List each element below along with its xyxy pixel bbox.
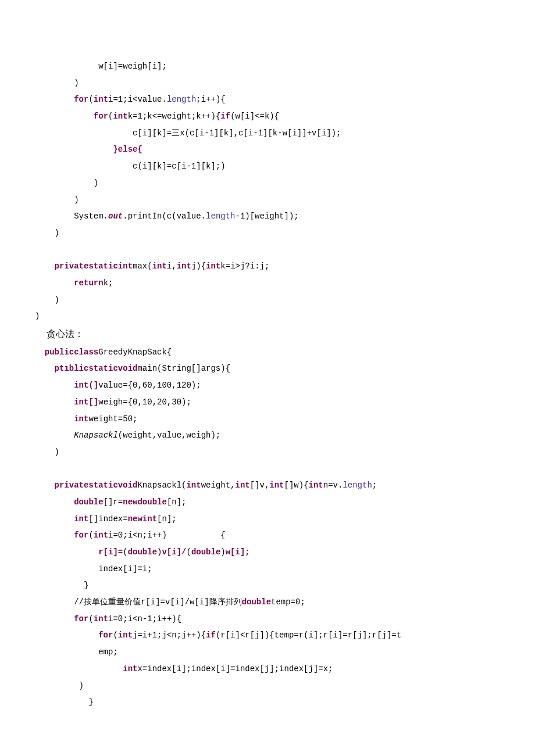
code-line: ) [35, 75, 500, 92]
code-line: int(]value={0,60,100,120); [35, 377, 500, 394]
code-line: privatestaticintmax(inti,intj){intk=i>j?… [35, 258, 500, 275]
code-token: -1)[weight]); [236, 212, 299, 221]
code-token: double [74, 497, 103, 507]
code-line: ) [35, 292, 500, 309]
code-token: int [235, 481, 249, 490]
code-token [35, 364, 55, 373]
code-line: publicclassGreedyKnapSack{ [35, 344, 500, 361]
code-token: int [186, 481, 201, 490]
code-line: for(inti=0;i<n;i++) { [35, 527, 500, 544]
code-token: ( [113, 630, 117, 640]
code-line: double[]r=newdouble[n]; [35, 494, 500, 511]
code-token [35, 145, 113, 154]
code-token: c[i][k]=三x(c[i-1][k],c[i-1][k-w[i]]+v[i]… [35, 128, 341, 138]
code-token: w[i]; [226, 547, 250, 557]
code-token: GreedyKnapSack{ [98, 347, 172, 357]
code-token: c(i][k]=c[i-1][k];) [35, 162, 226, 171]
code-token: ( [123, 547, 127, 557]
code-line: ) [35, 444, 500, 461]
code-token: if [206, 630, 216, 640]
code-token: int [74, 414, 88, 424]
code-block-2: publicclassGreedyKnapSack{ ptıblicstatic… [35, 344, 500, 711]
code-token: k=i>j?i:j; [220, 261, 269, 271]
code-line: } [35, 577, 500, 594]
code-line: for(inti=0;i<n-1;i++){ [35, 611, 500, 628]
code-line [35, 461, 500, 478]
code-token: int[] [74, 397, 98, 407]
code-line: r[i]=(double)v[i]/(double)w[i]; [35, 544, 500, 561]
code-token: double [242, 597, 271, 607]
code-token: i=0;i<n;i++) { [108, 531, 226, 540]
code-token: main(String[]args){ [137, 364, 230, 373]
code-token: i=0;i<n-1;i++){ [108, 614, 181, 624]
code-token: temp=0; [271, 597, 305, 607]
code-token: n=v. [323, 481, 343, 490]
code-token: } [35, 697, 94, 707]
code-line: ) [35, 678, 500, 694]
code-token: []w){ [284, 481, 309, 490]
code-token: length [206, 212, 235, 221]
code-token: int(] [74, 381, 98, 390]
code-token: (w[i]<=k){ [230, 112, 279, 121]
code-line: for(intj=i+1;j<n;j++){if(r[i]<r[j]){temp… [35, 627, 500, 644]
code-token: ) [35, 311, 40, 321]
code-token: ptıblicstaticvoid [55, 364, 138, 373]
code-line: ) [35, 175, 500, 192]
code-token [35, 464, 40, 474]
code-token: privatestaticvoid [55, 481, 138, 490]
code-token [35, 497, 74, 507]
code-token [35, 245, 40, 255]
code-token: int [152, 261, 167, 271]
code-line: ptıblicstaticvoidmain(String[]args){ [35, 360, 500, 377]
code-token: int [94, 614, 108, 624]
code-token: x=index[i];index[i]=index[j];index[j]=x; [137, 664, 333, 673]
code-token: return [74, 278, 103, 288]
code-token: length [167, 95, 196, 104]
code-token: j){ [191, 261, 206, 271]
code-token: ;i++){ [196, 95, 225, 104]
code-token: i=1;i<value. [108, 95, 167, 104]
code-token: int [123, 664, 137, 673]
code-token: for [94, 112, 108, 121]
section-title: 贪心法： [35, 325, 500, 344]
code-token [35, 547, 98, 557]
code-line: c(i][k]=c[i-1][k];) [35, 158, 500, 175]
code-token: ( [88, 531, 93, 540]
code-token: int [206, 261, 220, 271]
code-token: emp; [35, 647, 118, 657]
code-token: int [269, 481, 284, 490]
code-token [35, 95, 74, 104]
code-token: if [220, 112, 230, 121]
code-token [35, 630, 98, 640]
code-token: newint [128, 514, 157, 524]
code-token: } [35, 581, 88, 590]
code-token: ) [35, 228, 59, 238]
code-line: }else{ [35, 141, 500, 158]
code-token: System. [35, 212, 108, 221]
code-token: out [108, 212, 123, 221]
code-token [35, 514, 74, 524]
code-token: publicclass [45, 347, 98, 357]
code-line: int[]index=newint[n]; [35, 511, 500, 528]
code-token: (weight,value,weigh); [118, 431, 220, 440]
code-token: double [191, 547, 220, 557]
code-token: []r= [104, 497, 123, 507]
code-token: weight=50; [88, 414, 137, 424]
code-line: index[i]=i; [35, 561, 500, 578]
code-token: index[i]=i; [35, 564, 152, 574]
code-token: int [74, 514, 88, 524]
code-token: double [128, 547, 157, 557]
code-token: v[i]/ [162, 547, 186, 557]
code-token [35, 414, 74, 424]
code-token: ) [35, 195, 79, 205]
code-token: //按单位重量价值r[i]=v[i]/w[i]降序排列 [35, 597, 242, 607]
code-block-1: w[i]=weigh[i]; ) for(inti=1;i<value.leng… [35, 58, 500, 325]
code-token: ) [35, 447, 59, 457]
code-token: j=i+1;j<n;j++){ [133, 630, 206, 640]
code-token [35, 347, 45, 357]
code-token [35, 531, 74, 540]
code-token: ) [35, 178, 98, 188]
code-token: value={0,60,100,120); [98, 381, 201, 390]
code-line: privatestaticvoidKnapsackl(intweight,int… [35, 477, 500, 494]
code-token [35, 112, 94, 121]
